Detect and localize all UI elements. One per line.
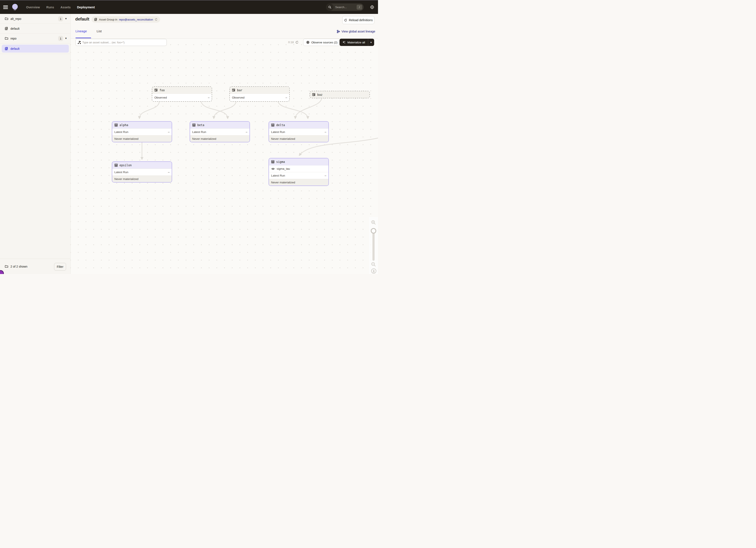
reload-location-icon[interactable] <box>155 18 158 21</box>
lineage-canvas[interactable] <box>71 39 378 274</box>
view-global-asset-lineage-label: View global asset lineage <box>341 30 375 33</box>
count-badge: 1 <box>58 36 63 41</box>
code-location-sidebar: alt_repo 1 ▼ default repo 1 ▼ <box>0 14 71 274</box>
sidebar-item-alt-repo[interactable]: alt_repo 1 ▼ <box>0 14 70 24</box>
count-badge: 1 <box>58 16 63 21</box>
asset-name: bar <box>237 89 242 92</box>
nav-item-runs[interactable]: Runs <box>46 6 54 9</box>
asset-check-icon <box>271 167 275 170</box>
window-edge <box>0 0 378 0</box>
zoom-controls <box>369 217 378 274</box>
materialization-status: Never materialized <box>269 179 328 186</box>
nav-links: Overview Runs Assets Deployment <box>26 6 95 9</box>
materialize-all-button[interactable]: Materialize all ▼ <box>340 39 374 46</box>
tab-list[interactable]: List <box>97 29 102 33</box>
download-icon[interactable] <box>371 268 377 274</box>
repo-link[interactable]: repo@assets_reconciliation <box>119 18 153 21</box>
asset-node-epsilon[interactable]: epsilon Latest Run – Never materialized <box>112 161 172 183</box>
sidebar-item-default-altrepo[interactable]: default <box>0 24 70 34</box>
latest-run-label: Latest Run <box>114 130 128 134</box>
lineage-graph-icon <box>337 30 340 33</box>
asset-subset-input[interactable] <box>82 41 167 44</box>
materialization-status: Never materialized <box>112 176 172 182</box>
asset-subset-input-wrap <box>75 39 167 46</box>
refresh-icon[interactable] <box>295 41 299 44</box>
source-table-icon <box>232 89 235 92</box>
search-placeholder: Search... <box>335 6 357 9</box>
asset-group-breadcrumb: Asset Group in repo@assets_reconciliatio… <box>92 16 160 23</box>
folder-icon <box>5 37 8 40</box>
observed-label: Observed <box>232 96 245 99</box>
observed-value: – <box>285 96 287 99</box>
breadcrumb-prefix: Asset Group in <box>99 18 117 21</box>
zoom-in-icon[interactable] <box>371 220 376 225</box>
materialize-all-main[interactable]: Materialize all <box>340 39 368 46</box>
sidebar-item-repo[interactable]: repo 1 ▼ <box>0 34 70 43</box>
observed-value: – <box>208 96 210 99</box>
materialization-status: Never materialized <box>190 135 250 142</box>
asset-node-bar[interactable]: bar Observed – <box>229 86 290 102</box>
latest-run-value: – <box>325 174 326 177</box>
sidebar-footer: 2 of 2 shown Filter <box>0 259 70 274</box>
asset-group-icon <box>5 47 8 50</box>
view-global-asset-lineage-link[interactable]: View global asset lineage <box>337 30 375 33</box>
filter-button[interactable]: Filter <box>54 263 66 271</box>
asset-name: delta <box>276 123 285 127</box>
latest-run-label: Latest Run <box>271 174 285 177</box>
source-table-icon <box>154 89 158 92</box>
asset-name: foo <box>159 89 165 92</box>
observed-label: Observed <box>154 96 167 99</box>
asset-node-beta[interactable]: beta Latest Run – Never materialized <box>190 121 250 142</box>
table-icon <box>114 123 118 127</box>
asset-node-alpha[interactable]: alpha Latest Run – Never materialized <box>112 121 172 142</box>
gear-icon[interactable] <box>370 5 374 9</box>
asset-node-baz[interactable]: baz <box>310 91 370 98</box>
materialize-dropdown-caret[interactable]: ▼ <box>368 39 374 46</box>
latest-run-value: – <box>246 130 247 134</box>
hamburger-menu-icon[interactable] <box>3 6 8 9</box>
table-icon <box>271 160 275 164</box>
chevron-down-icon[interactable]: ▼ <box>65 17 67 20</box>
observe-sources-button[interactable]: Observe sources (2) <box>303 39 340 46</box>
asset-node-delta[interactable]: delta Latest Run – Never materialized <box>269 121 329 142</box>
dagster-logo-icon[interactable] <box>11 3 19 12</box>
asset-node-sigma[interactable]: sigma sigma_tau Latest Run – Never mater… <box>269 158 329 186</box>
folder-icon <box>5 17 8 21</box>
nav-item-assets[interactable]: Assets <box>61 6 71 9</box>
search-shortcut-key: / <box>357 5 362 10</box>
table-icon <box>114 164 118 167</box>
asset-group-icon <box>5 27 8 30</box>
tab-lineage[interactable]: Lineage <box>75 29 87 33</box>
asset-name: sigma <box>276 160 285 164</box>
latest-run-label: Latest Run <box>192 130 206 134</box>
table-icon <box>271 123 275 127</box>
observe-eye-icon <box>306 41 310 44</box>
folder-icon <box>5 265 8 268</box>
table-icon <box>192 123 196 127</box>
page-header: default Asset Group in repo@assets_recon… <box>71 14 378 39</box>
source-table-icon <box>312 93 316 96</box>
observe-sources-label: Observe sources (2) <box>311 41 337 44</box>
asset-group-icon <box>94 18 97 21</box>
notification-blob <box>0 270 4 274</box>
asset-check-row[interactable]: sigma_tau <box>269 165 328 172</box>
search-input[interactable]: Search... / <box>326 3 364 11</box>
reload-definitions-button[interactable]: Reload definitions <box>342 16 374 24</box>
zoom-out-icon[interactable] <box>371 262 376 267</box>
op-selector-icon <box>78 41 81 44</box>
sparkle-icon <box>342 41 346 44</box>
chevron-down-icon[interactable]: ▼ <box>65 37 67 40</box>
latest-run-label: Latest Run <box>271 130 285 134</box>
zoom-slider-track[interactable] <box>372 229 375 261</box>
zoom-slider-knob[interactable] <box>371 228 376 234</box>
asset-node-foo[interactable]: foo Observed – <box>152 86 212 102</box>
nav-item-deployment[interactable]: Deployment <box>77 6 95 9</box>
asset-name: epsilon <box>120 164 132 167</box>
search-icon <box>326 3 334 11</box>
active-tab-underline <box>75 38 91 38</box>
sidebar-item-default-selected[interactable]: default <box>0 43 70 54</box>
refresh-icon <box>344 19 347 22</box>
nav-item-overview[interactable]: Overview <box>26 6 40 9</box>
latest-run-value: – <box>168 130 170 134</box>
latest-run-value: – <box>168 171 170 174</box>
